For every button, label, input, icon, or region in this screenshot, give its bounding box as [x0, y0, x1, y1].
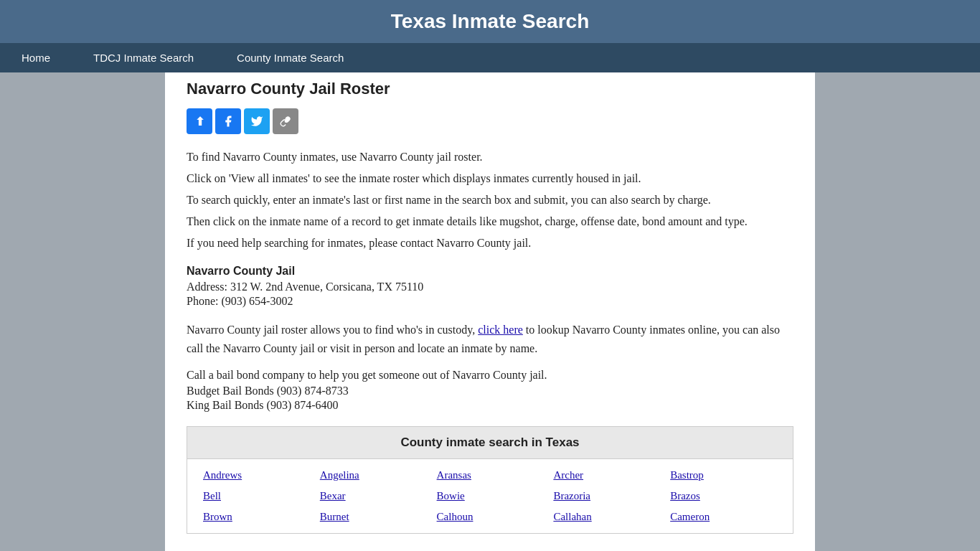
twitter-button[interactable]	[244, 108, 270, 134]
page-title: Navarro County Jail Roster	[187, 80, 793, 98]
county-link[interactable]: Brown	[202, 508, 311, 526]
phone-value: (903) 654-3002	[221, 295, 293, 307]
nav-tdcj[interactable]: TDCJ Inmate Search	[72, 43, 215, 72]
county-link[interactable]: Burnet	[319, 508, 428, 526]
county-search-title: County inmate search in Texas	[187, 427, 793, 459]
phone-label: Phone:	[187, 295, 218, 307]
desc-line4: Then click on the inmate name of a recor…	[187, 213, 793, 230]
county-link[interactable]: Bell	[202, 487, 311, 505]
county-link[interactable]: Brazoria	[552, 487, 661, 505]
roster-desc-before: Navarro County jail roster allows you to…	[187, 324, 478, 336]
county-link[interactable]: Bowie	[435, 487, 545, 505]
county-link[interactable]: Cameron	[669, 508, 778, 526]
county-link[interactable]: Angelina	[319, 466, 428, 484]
desc-line3: To search quickly, enter an inmate's las…	[187, 192, 793, 209]
jail-phone: Phone: (903) 654-3002	[187, 295, 793, 308]
county-search-section: County inmate search in Texas AndrewsAng…	[187, 426, 793, 534]
copy-link-button[interactable]	[273, 108, 298, 134]
description-section: To find Navarro County inmates, use Nava…	[187, 149, 793, 252]
jail-info: Navarro County Jail Address: 312 W. 2nd …	[187, 265, 793, 308]
site-header: Texas Inmate Search	[0, 0, 980, 43]
county-link[interactable]: Brazos	[669, 487, 778, 505]
address-value: 312 W. 2nd Avenue, Corsicana, TX 75110	[230, 281, 423, 293]
bail-intro: Call a bail bond company to help you get…	[187, 369, 793, 382]
page-wrapper: Navarro County Jail Roster ⬆ To find Nav…	[0, 72, 980, 551]
bail-company-2: King Bail Bonds (903) 874-6400	[187, 399, 793, 412]
county-grid: AndrewsAngelinaAransasArcherBastropBellB…	[187, 459, 793, 533]
bail-company-1: Budget Bail Bonds (903) 874-8733	[187, 385, 793, 397]
county-link[interactable]: Calhoun	[435, 508, 545, 526]
site-title: Texas Inmate Search	[14, 10, 966, 33]
nav-home[interactable]: Home	[0, 43, 72, 72]
county-link[interactable]: Archer	[552, 466, 661, 484]
main-content: Navarro County Jail Roster ⬆ To find Nav…	[165, 72, 815, 551]
desc-line5: If you need help searching for inmates, …	[187, 235, 793, 252]
county-link[interactable]: Callahan	[552, 508, 661, 526]
county-link[interactable]: Bexar	[319, 487, 428, 505]
social-icons-bar: ⬆	[187, 108, 793, 134]
address-label: Address:	[187, 281, 227, 293]
county-link[interactable]: Bastrop	[669, 466, 778, 484]
share-button[interactable]: ⬆	[187, 108, 212, 134]
nav-county[interactable]: County Inmate Search	[215, 43, 365, 72]
desc-line1: To find Navarro County inmates, use Nava…	[187, 149, 793, 166]
jail-address: Address: 312 W. 2nd Avenue, Corsicana, T…	[187, 281, 793, 293]
bail-section: Call a bail bond company to help you get…	[187, 369, 793, 412]
county-link[interactable]: Andrews	[202, 466, 311, 484]
click-here-link[interactable]: click here	[478, 324, 523, 336]
site-nav: Home TDCJ Inmate Search County Inmate Se…	[0, 43, 980, 72]
roster-description: Navarro County jail roster allows you to…	[187, 321, 793, 357]
facebook-button[interactable]	[215, 108, 241, 134]
jail-name: Navarro County Jail	[187, 265, 793, 278]
desc-line2: Click on 'View all inmates' to see the i…	[187, 170, 793, 187]
county-link[interactable]: Aransas	[435, 466, 545, 484]
